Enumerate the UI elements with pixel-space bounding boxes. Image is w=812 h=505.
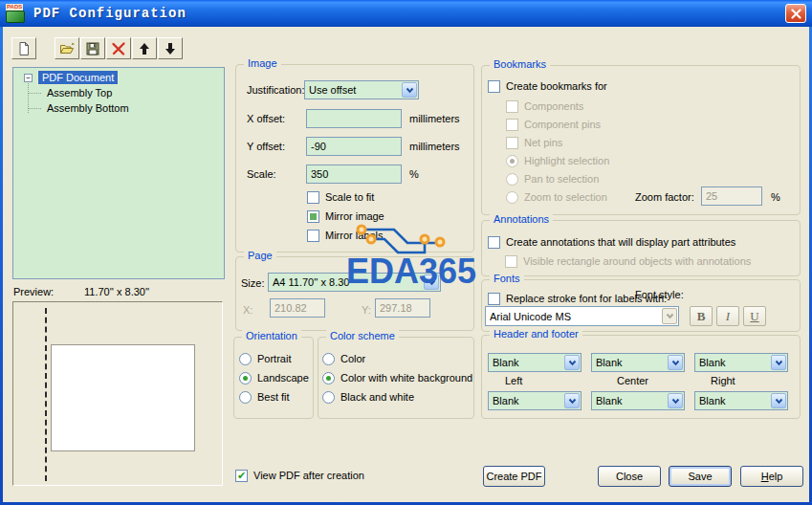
create-annotations-row[interactable]: Create annotations that will display par… <box>488 234 735 250</box>
color-white-bg-row[interactable]: Color with white background <box>322 370 472 385</box>
component-pins-checkbox <box>506 119 518 131</box>
preview-page <box>51 344 195 451</box>
orientation-group-title: Orientation <box>242 330 301 341</box>
color-radio[interactable] <box>322 353 335 365</box>
best-fit-radio[interactable] <box>239 391 252 404</box>
new-document-icon <box>16 41 32 56</box>
view-pdf-checkbox[interactable] <box>235 470 248 482</box>
save-button[interactable]: Save <box>669 466 732 487</box>
image-group-title: Image <box>244 57 281 69</box>
page-group-title: Page <box>244 250 276 261</box>
scale-input[interactable]: 350 <box>306 165 402 184</box>
portrait-radio[interactable] <box>239 353 252 365</box>
y-offset-input[interactable]: -90 <box>306 137 402 156</box>
scale-to-fit-row[interactable]: Scale to fit <box>307 189 374 205</box>
page-y-label: Y: <box>362 304 371 316</box>
page-x-input: 210.82 <box>270 298 325 318</box>
tree-item-assembly-top[interactable]: Assembly Top <box>45 86 114 99</box>
chevron-down-icon[interactable] <box>564 355 580 370</box>
mirror-image-checkbox[interactable] <box>307 210 319 223</box>
chevron-down-icon[interactable] <box>771 355 786 370</box>
footer-right-combo[interactable]: Blank <box>694 391 788 410</box>
color-white-bg-radio[interactable] <box>322 372 335 384</box>
chevron-down-icon[interactable] <box>402 82 417 98</box>
x-offset-input[interactable] <box>306 109 402 128</box>
header-left-combo[interactable]: Blank <box>488 353 582 372</box>
close-dialog-button[interactable]: Close <box>598 466 661 487</box>
pdf-configuration-dialog: PADS PDF Configuration <box>0 0 812 505</box>
help-button[interactable]: Help <box>740 466 803 487</box>
net-pins-checkbox <box>506 137 518 149</box>
tree-expand-toggle[interactable]: − <box>24 74 33 82</box>
scale-to-fit-checkbox[interactable] <box>307 191 319 204</box>
justification-label: Justification: <box>247 84 305 96</box>
chevron-down-icon[interactable] <box>564 393 580 408</box>
new-document-button[interactable] <box>11 37 36 59</box>
create-bookmarks-checkbox[interactable] <box>488 80 500 93</box>
x-offset-unit: millimeters <box>409 113 460 124</box>
title-bar[interactable]: PADS PDF Configuration <box>0 0 812 27</box>
save-floppy-icon <box>85 41 100 56</box>
justification-combo[interactable]: Use offset <box>304 80 419 99</box>
chevron-down-icon[interactable] <box>771 393 786 408</box>
chevron-down-icon[interactable] <box>668 393 683 408</box>
page-size-combo[interactable]: A4 11.70'' x 8.30'' <box>268 273 441 292</box>
arrow-down-icon <box>163 41 178 56</box>
mirror-image-row[interactable]: Mirror image <box>307 209 384 224</box>
preview-size-text: 11.70'' x 8.30'' <box>84 286 149 297</box>
tree-item-pdf-document[interactable]: PDF Document <box>38 71 118 84</box>
view-pdf-row[interactable]: View PDF after creation <box>235 468 364 483</box>
fonts-group-title: Fonts <box>490 273 524 284</box>
y-offset-label: Y offset: <box>247 141 285 152</box>
scale-label: Scale: <box>247 168 276 180</box>
page-group: Page <box>235 256 474 331</box>
visible-rectangle-row: Visible rectangle around objects with an… <box>505 253 751 269</box>
black-white-row[interactable]: Black and white <box>322 389 414 405</box>
preview-area <box>12 301 223 486</box>
chevron-down-icon <box>662 308 677 324</box>
page-x-label: X: <box>243 304 252 316</box>
visible-rectangle-checkbox <box>505 255 517 268</box>
create-bookmarks-row[interactable]: Create bookmarks for <box>488 78 607 94</box>
header-right-combo[interactable]: Blank <box>694 353 788 372</box>
components-row: Components <box>506 99 583 114</box>
annotations-group-title: Annotations <box>490 213 553 225</box>
zoom-factor-unit: % <box>771 191 780 203</box>
open-button[interactable] <box>55 37 79 59</box>
move-up-button[interactable] <box>132 37 157 59</box>
x-offset-label: X offset: <box>247 113 285 124</box>
landscape-radio[interactable] <box>239 372 252 384</box>
create-annotations-checkbox[interactable] <box>488 236 500 249</box>
delete-x-icon <box>111 41 126 56</box>
document-tree[interactable]: − PDF Document Assembly Top Assembly Bot… <box>12 67 225 279</box>
close-button[interactable] <box>785 4 806 23</box>
black-white-radio[interactable] <box>322 391 335 404</box>
orientation-landscape-row[interactable]: Landscape <box>239 370 309 385</box>
color-scheme-group-title: Color scheme <box>326 330 399 341</box>
zoom-to-selection-row: Zoom to selection <box>506 189 607 205</box>
footer-center-combo[interactable]: Blank <box>591 391 685 410</box>
create-pdf-button[interactable]: Create PDF <box>483 466 545 487</box>
color-row[interactable]: Color <box>322 351 365 366</box>
preview-margin-line <box>45 308 47 481</box>
tree-item-assembly-bottom[interactable]: Assembly Bottom <box>45 101 131 115</box>
mirror-labels-row[interactable]: Mirror labels <box>307 228 384 243</box>
chevron-down-icon[interactable] <box>424 274 439 290</box>
orientation-best-fit-row[interactable]: Best fit <box>239 389 290 405</box>
page-size-label: Size: <box>241 277 264 289</box>
orientation-portrait-row[interactable]: Portrait <box>239 351 291 366</box>
bookmarks-group-title: Bookmarks <box>490 58 550 70</box>
italic-button: I <box>716 306 739 326</box>
delete-button[interactable] <box>106 37 131 59</box>
header-center-combo[interactable]: Blank <box>591 353 685 372</box>
move-down-button[interactable] <box>158 37 183 59</box>
pan-to-selection-row: Pan to selection <box>506 171 599 187</box>
chevron-down-icon[interactable] <box>668 355 683 370</box>
save-button-toolbar[interactable] <box>80 37 105 59</box>
y-offset-unit: millimeters <box>409 141 460 152</box>
pan-to-selection-radio <box>506 173 518 186</box>
replace-stroke-font-checkbox[interactable] <box>488 293 500 305</box>
pads-app-icon: PADS <box>5 4 28 23</box>
mirror-labels-checkbox[interactable] <box>307 230 319 242</box>
footer-left-combo[interactable]: Blank <box>488 391 582 410</box>
